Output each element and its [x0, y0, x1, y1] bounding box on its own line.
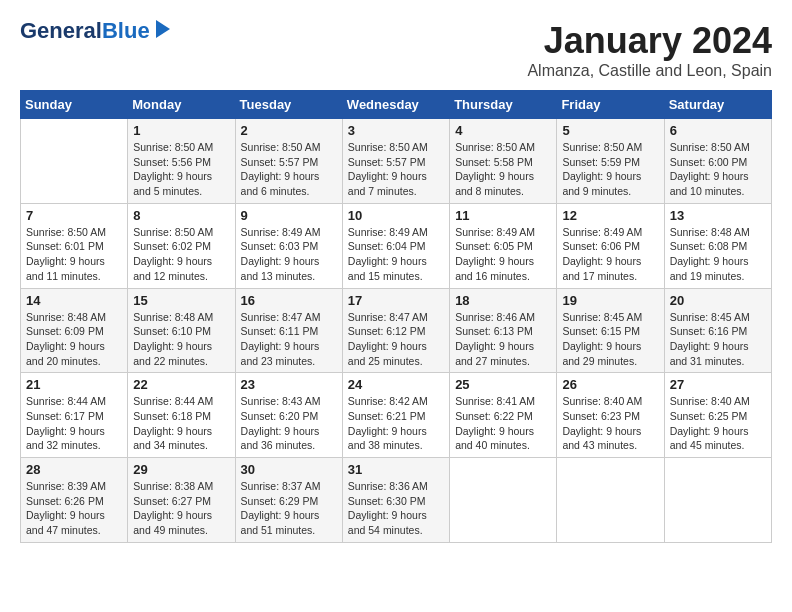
calendar-week-1: 1Sunrise: 8:50 AMSunset: 5:56 PMDaylight… — [21, 119, 772, 204]
calendar-cell: 13Sunrise: 8:48 AMSunset: 6:08 PMDayligh… — [664, 203, 771, 288]
day-info: Sunrise: 8:40 AMSunset: 6:23 PMDaylight:… — [562, 394, 658, 453]
month-title: January 2024 — [527, 20, 772, 62]
day-number: 14 — [26, 293, 122, 308]
calendar-cell: 18Sunrise: 8:46 AMSunset: 6:13 PMDayligh… — [450, 288, 557, 373]
header-day-saturday: Saturday — [664, 91, 771, 119]
day-info: Sunrise: 8:45 AMSunset: 6:15 PMDaylight:… — [562, 310, 658, 369]
day-info: Sunrise: 8:50 AMSunset: 6:02 PMDaylight:… — [133, 225, 229, 284]
calendar-cell: 7Sunrise: 8:50 AMSunset: 6:01 PMDaylight… — [21, 203, 128, 288]
calendar-cell: 16Sunrise: 8:47 AMSunset: 6:11 PMDayligh… — [235, 288, 342, 373]
day-info: Sunrise: 8:50 AMSunset: 5:57 PMDaylight:… — [348, 140, 444, 199]
calendar-cell: 5Sunrise: 8:50 AMSunset: 5:59 PMDaylight… — [557, 119, 664, 204]
day-number: 15 — [133, 293, 229, 308]
header-day-friday: Friday — [557, 91, 664, 119]
day-info: Sunrise: 8:47 AMSunset: 6:11 PMDaylight:… — [241, 310, 337, 369]
day-number: 10 — [348, 208, 444, 223]
day-info: Sunrise: 8:50 AMSunset: 5:56 PMDaylight:… — [133, 140, 229, 199]
header-area: GeneralBlue January 2024 Almanza, Castil… — [20, 20, 772, 80]
day-info: Sunrise: 8:48 AMSunset: 6:10 PMDaylight:… — [133, 310, 229, 369]
calendar-cell: 8Sunrise: 8:50 AMSunset: 6:02 PMDaylight… — [128, 203, 235, 288]
day-number: 22 — [133, 377, 229, 392]
day-info: Sunrise: 8:44 AMSunset: 6:18 PMDaylight:… — [133, 394, 229, 453]
header-day-wednesday: Wednesday — [342, 91, 449, 119]
day-info: Sunrise: 8:50 AMSunset: 6:00 PMDaylight:… — [670, 140, 766, 199]
calendar-cell: 9Sunrise: 8:49 AMSunset: 6:03 PMDaylight… — [235, 203, 342, 288]
title-area: January 2024 Almanza, Castille and Leon,… — [527, 20, 772, 80]
day-number: 18 — [455, 293, 551, 308]
day-number: 19 — [562, 293, 658, 308]
calendar-cell — [21, 119, 128, 204]
calendar-cell: 3Sunrise: 8:50 AMSunset: 5:57 PMDaylight… — [342, 119, 449, 204]
calendar-cell: 24Sunrise: 8:42 AMSunset: 6:21 PMDayligh… — [342, 373, 449, 458]
day-number: 13 — [670, 208, 766, 223]
day-number: 12 — [562, 208, 658, 223]
svg-marker-0 — [156, 20, 170, 38]
day-info: Sunrise: 8:50 AMSunset: 6:01 PMDaylight:… — [26, 225, 122, 284]
calendar-cell: 28Sunrise: 8:39 AMSunset: 6:26 PMDayligh… — [21, 458, 128, 543]
day-info: Sunrise: 8:50 AMSunset: 5:59 PMDaylight:… — [562, 140, 658, 199]
calendar-cell: 15Sunrise: 8:48 AMSunset: 6:10 PMDayligh… — [128, 288, 235, 373]
day-number: 25 — [455, 377, 551, 392]
day-info: Sunrise: 8:39 AMSunset: 6:26 PMDaylight:… — [26, 479, 122, 538]
calendar-cell: 19Sunrise: 8:45 AMSunset: 6:15 PMDayligh… — [557, 288, 664, 373]
day-info: Sunrise: 8:50 AMSunset: 5:58 PMDaylight:… — [455, 140, 551, 199]
calendar-body: 1Sunrise: 8:50 AMSunset: 5:56 PMDaylight… — [21, 119, 772, 543]
calendar-week-4: 21Sunrise: 8:44 AMSunset: 6:17 PMDayligh… — [21, 373, 772, 458]
calendar-header: SundayMondayTuesdayWednesdayThursdayFrid… — [21, 91, 772, 119]
day-info: Sunrise: 8:47 AMSunset: 6:12 PMDaylight:… — [348, 310, 444, 369]
header-day-thursday: Thursday — [450, 91, 557, 119]
calendar-cell: 29Sunrise: 8:38 AMSunset: 6:27 PMDayligh… — [128, 458, 235, 543]
location-subtitle: Almanza, Castille and Leon, Spain — [527, 62, 772, 80]
day-number: 16 — [241, 293, 337, 308]
day-info: Sunrise: 8:46 AMSunset: 6:13 PMDaylight:… — [455, 310, 551, 369]
calendar-week-5: 28Sunrise: 8:39 AMSunset: 6:26 PMDayligh… — [21, 458, 772, 543]
calendar-cell: 30Sunrise: 8:37 AMSunset: 6:29 PMDayligh… — [235, 458, 342, 543]
day-info: Sunrise: 8:43 AMSunset: 6:20 PMDaylight:… — [241, 394, 337, 453]
calendar-cell: 22Sunrise: 8:44 AMSunset: 6:18 PMDayligh… — [128, 373, 235, 458]
day-info: Sunrise: 8:48 AMSunset: 6:09 PMDaylight:… — [26, 310, 122, 369]
day-number: 26 — [562, 377, 658, 392]
calendar-cell: 11Sunrise: 8:49 AMSunset: 6:05 PMDayligh… — [450, 203, 557, 288]
day-info: Sunrise: 8:36 AMSunset: 6:30 PMDaylight:… — [348, 479, 444, 538]
calendar-cell: 10Sunrise: 8:49 AMSunset: 6:04 PMDayligh… — [342, 203, 449, 288]
day-info: Sunrise: 8:44 AMSunset: 6:17 PMDaylight:… — [26, 394, 122, 453]
calendar-cell: 20Sunrise: 8:45 AMSunset: 6:16 PMDayligh… — [664, 288, 771, 373]
day-number: 23 — [241, 377, 337, 392]
day-info: Sunrise: 8:49 AMSunset: 6:06 PMDaylight:… — [562, 225, 658, 284]
calendar-cell: 4Sunrise: 8:50 AMSunset: 5:58 PMDaylight… — [450, 119, 557, 204]
calendar-cell — [664, 458, 771, 543]
logo-icon — [152, 18, 174, 40]
day-number: 17 — [348, 293, 444, 308]
calendar-cell — [557, 458, 664, 543]
calendar-cell: 6Sunrise: 8:50 AMSunset: 6:00 PMDaylight… — [664, 119, 771, 204]
header-day-tuesday: Tuesday — [235, 91, 342, 119]
calendar-cell — [450, 458, 557, 543]
calendar-cell: 26Sunrise: 8:40 AMSunset: 6:23 PMDayligh… — [557, 373, 664, 458]
calendar-cell: 23Sunrise: 8:43 AMSunset: 6:20 PMDayligh… — [235, 373, 342, 458]
day-number: 3 — [348, 123, 444, 138]
calendar-table: SundayMondayTuesdayWednesdayThursdayFrid… — [20, 90, 772, 543]
calendar-cell: 25Sunrise: 8:41 AMSunset: 6:22 PMDayligh… — [450, 373, 557, 458]
day-number: 28 — [26, 462, 122, 477]
calendar-cell: 27Sunrise: 8:40 AMSunset: 6:25 PMDayligh… — [664, 373, 771, 458]
day-info: Sunrise: 8:49 AMSunset: 6:03 PMDaylight:… — [241, 225, 337, 284]
logo-text: GeneralBlue — [20, 20, 150, 42]
day-number: 2 — [241, 123, 337, 138]
day-number: 21 — [26, 377, 122, 392]
header-day-monday: Monday — [128, 91, 235, 119]
day-number: 31 — [348, 462, 444, 477]
day-number: 27 — [670, 377, 766, 392]
day-number: 24 — [348, 377, 444, 392]
day-number: 30 — [241, 462, 337, 477]
calendar-cell: 12Sunrise: 8:49 AMSunset: 6:06 PMDayligh… — [557, 203, 664, 288]
day-number: 29 — [133, 462, 229, 477]
day-number: 7 — [26, 208, 122, 223]
day-number: 20 — [670, 293, 766, 308]
day-number: 11 — [455, 208, 551, 223]
day-info: Sunrise: 8:37 AMSunset: 6:29 PMDaylight:… — [241, 479, 337, 538]
day-info: Sunrise: 8:40 AMSunset: 6:25 PMDaylight:… — [670, 394, 766, 453]
calendar-cell: 21Sunrise: 8:44 AMSunset: 6:17 PMDayligh… — [21, 373, 128, 458]
calendar-cell: 1Sunrise: 8:50 AMSunset: 5:56 PMDaylight… — [128, 119, 235, 204]
calendar-cell: 14Sunrise: 8:48 AMSunset: 6:09 PMDayligh… — [21, 288, 128, 373]
header-day-sunday: Sunday — [21, 91, 128, 119]
